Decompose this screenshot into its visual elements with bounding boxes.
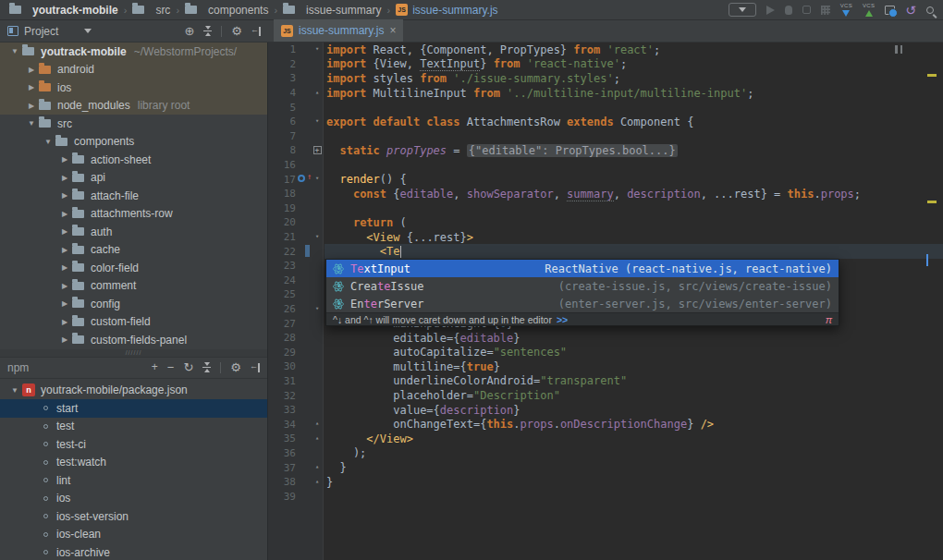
hide-panel-icon[interactable] <box>251 363 260 372</box>
code-line-28[interactable]: 28 editable={editable} <box>268 331 943 346</box>
chevron-expanded-icon[interactable]: ▼ <box>7 47 22 55</box>
chevron-collapsed-icon[interactable]: ▶ <box>57 263 72 272</box>
npm-script-test:watch[interactable]: test:watch <box>0 454 267 472</box>
chevron-collapsed-icon[interactable]: ▶ <box>57 318 72 326</box>
local-history-icon[interactable] <box>885 6 895 15</box>
code-line-33[interactable]: 33 value={description} <box>268 403 943 418</box>
chevron-collapsed-icon[interactable]: ▶ <box>24 102 39 110</box>
fold-end-icon[interactable]: ▴ <box>310 475 325 490</box>
hide-panel-icon[interactable] <box>251 27 261 36</box>
completion-item[interactable]: TextInputReactNative (react-native.js, r… <box>326 260 839 277</box>
coverage-icon[interactable] <box>802 6 811 14</box>
code-line-2[interactable]: 2import {View, TextInput} from 'react-na… <box>268 57 943 72</box>
tree-item-custom-field[interactable]: ▶custom-field <box>0 313 267 332</box>
settings-gear-icon[interactable]: ⚙ <box>230 361 241 373</box>
npm-script-ios-archive[interactable]: ios-archive <box>0 543 267 560</box>
code-line-20[interactable]: 20 return ( <box>268 215 943 230</box>
profiler-grid-icon[interactable] <box>821 6 830 15</box>
chevron-collapsed-icon[interactable]: ▶ <box>57 155 72 164</box>
code-line-38[interactable]: 38▴} <box>268 475 943 490</box>
tree-item-color-field[interactable]: ▶color-field <box>0 259 267 277</box>
code-line-31[interactable]: 31 underlineColorAndroid="transparent" <box>268 374 943 389</box>
tree-item-android[interactable]: ▶android <box>0 61 267 79</box>
tree-item-ios[interactable]: ▶ios <box>0 79 267 97</box>
collapse-all-icon[interactable] <box>203 26 212 37</box>
fold-end-icon[interactable]: ▴ <box>310 460 325 475</box>
remove-icon[interactable]: − <box>167 361 175 373</box>
tab-issue-summary[interactable]: JS issue-summary.js × <box>274 19 403 42</box>
chevron-expanded-icon[interactable]: ▼ <box>24 119 39 128</box>
chevron-expanded-icon[interactable]: ▼ <box>41 138 55 146</box>
tree-item-attachments-row[interactable]: ▶attachments-row <box>0 205 267 224</box>
code-line-1[interactable]: 1▾import React, {Component, PropTypes} f… <box>268 43 943 57</box>
npm-script-ios-clean[interactable]: ios-clean <box>0 526 267 544</box>
vcs-commit-icon[interactable]: VCS <box>863 4 875 17</box>
tree-item-components[interactable]: ▼components <box>0 133 267 152</box>
chevron-collapsed-icon[interactable]: ▶ <box>57 282 72 290</box>
fold-open-icon[interactable]: ▾ <box>310 43 325 57</box>
refresh-icon[interactable]: ↻ <box>183 361 193 373</box>
tree-item-src[interactable]: ▼src <box>0 115 267 133</box>
add-icon[interactable]: + <box>152 361 158 373</box>
tree-item-attach-file[interactable]: ▶attach-file <box>0 187 267 205</box>
project-view-dropdown[interactable] <box>84 29 92 33</box>
warning-stripe-mark[interactable] <box>927 201 937 203</box>
breadcrumb-item-youtrack-mobile[interactable]: youtrack-mobile <box>6 4 122 17</box>
fold-end-icon[interactable]: ▴ <box>310 432 325 446</box>
panel-splitter-handle[interactable]: ////// <box>0 349 267 357</box>
collapse-all-icon[interactable] <box>202 362 211 373</box>
npm-script-ios[interactable]: ios <box>0 490 267 508</box>
npm-script-ios-set-version[interactable]: ios-set-version <box>0 507 267 526</box>
code-line-16[interactable]: 16 <box>268 158 943 173</box>
chevron-expanded-icon[interactable]: ▼ <box>7 386 22 395</box>
chevron-collapsed-icon[interactable]: ▶ <box>57 191 72 200</box>
breadcrumb-item-src[interactable]: src <box>129 4 174 17</box>
tree-item-youtrack-mobile[interactable]: ▼youtrack-mobile~/WebstormProjects/ <box>0 43 267 61</box>
breadcrumb-item-components[interactable]: components <box>181 4 272 17</box>
fold-closed-icon[interactable]: + <box>313 146 322 154</box>
tree-item-config[interactable]: ▶config <box>0 295 267 313</box>
code-line-4[interactable]: 4▴import MultilineInput from '../multili… <box>268 86 943 101</box>
inspection-indicator-icon[interactable] <box>895 45 902 54</box>
code-line-19[interactable]: 19 <box>268 201 943 216</box>
completion-item[interactable]: CreateIssue(create-issue.js, src/views/c… <box>326 277 839 295</box>
code-line-7[interactable]: 7 <box>268 129 943 144</box>
npm-script-test-ci[interactable]: test-ci <box>0 435 267 454</box>
code-line-36[interactable]: 36 ); <box>268 446 943 461</box>
vcs-update-icon[interactable]: VCS <box>840 4 852 17</box>
code-editor[interactable]: 1▾import React, {Component, PropTypes} f… <box>268 43 943 560</box>
chevron-collapsed-icon[interactable]: ▶ <box>57 174 72 182</box>
chevron-collapsed-icon[interactable]: ▶ <box>57 227 72 236</box>
chevron-collapsed-icon[interactable]: ▶ <box>57 335 72 344</box>
code-line-35[interactable]: 35▴ </View> <box>268 432 943 446</box>
locate-file-icon[interactable]: ⊕ <box>184 25 194 37</box>
hint-more-link[interactable]: >> <box>557 314 568 325</box>
code-line-6[interactable]: 6▾export default class AttachmentsRow ex… <box>268 115 943 129</box>
code-line-3[interactable]: 3import styles from './issue-summary.sty… <box>268 71 943 86</box>
npm-script-test[interactable]: test <box>0 418 267 436</box>
code-line-5[interactable]: 5 <box>268 100 943 115</box>
code-line-22[interactable]: 22 <Te <box>268 244 943 259</box>
fold-open-icon[interactable]: ▾ <box>310 230 325 245</box>
npm-script-start[interactable]: start <box>0 399 267 418</box>
code-line-29[interactable]: 29 autoCapitalize="sentences" <box>268 345 943 359</box>
tree-item-action-sheet[interactable]: ▶action-sheet <box>0 151 267 169</box>
chevron-collapsed-icon[interactable]: ▶ <box>57 246 72 254</box>
npm-root-package-json[interactable]: ▼nyoutrack-mobile/package.json <box>0 382 267 400</box>
code-line-32[interactable]: 32 placeholder="Description" <box>268 388 943 403</box>
code-line-34[interactable]: 34▴ onChangeText={this.props.onDescripti… <box>268 417 943 432</box>
tree-item-cache[interactable]: ▶cache <box>0 241 267 260</box>
npm-script-lint[interactable]: lint <box>0 471 267 490</box>
breadcrumb-item-issue-summary[interactable]: issue-summary <box>279 4 385 17</box>
code-line-30[interactable]: 30 multiline={true} <box>268 359 943 374</box>
run-config-dropdown[interactable] <box>729 3 756 17</box>
code-line-21[interactable]: 21▾ <View {...rest}> <box>268 230 943 245</box>
chevron-collapsed-icon[interactable]: ▶ <box>24 66 39 74</box>
fold-open-icon[interactable]: ▾ <box>310 302 325 317</box>
chevron-collapsed-icon[interactable]: ▶ <box>57 210 72 218</box>
code-line-8[interactable]: 8+ static propTypes = {"editable": PropT… <box>268 143 943 158</box>
close-tab-icon[interactable]: × <box>389 25 396 36</box>
code-line-17[interactable]: 17▾ render() { <box>268 172 943 187</box>
fold-end-icon[interactable]: ▴ <box>310 417 325 432</box>
override-marker-icon[interactable] <box>298 175 305 182</box>
